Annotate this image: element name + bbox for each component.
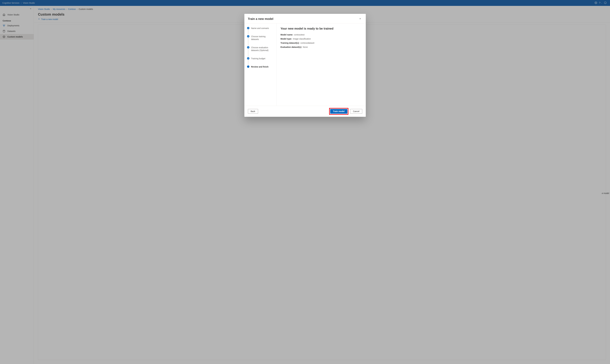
wizard-step[interactable]: Training budget: [247, 57, 275, 65]
summary-label: Model type:: [280, 38, 292, 40]
wizard-step-label: Name and scenario: [251, 27, 269, 35]
highlight-annotation: Train model: [329, 108, 348, 115]
dialog-title: Train a new model: [248, 17, 273, 21]
summary-label: Evaluation dataset(s):: [280, 46, 302, 48]
summary-row: Training dataset(s): contosodataset: [280, 42, 362, 44]
train-model-button[interactable]: Train model: [330, 109, 347, 114]
wizard-step-label: Training budget: [251, 57, 265, 65]
modal-overlay: Train a new model Name and scenario: [0, 0, 610, 364]
step-current-icon: [247, 65, 249, 68]
wizard-step-label: Choose evaluation datasets (Optional): [251, 46, 273, 57]
summary-row: Model name: contosotest: [280, 34, 362, 36]
summary-value: contosodataset: [300, 42, 314, 44]
close-icon: [359, 18, 361, 20]
wizard-step-current[interactable]: Review and finish: [247, 65, 275, 68]
summary-label: Model name:: [280, 34, 293, 36]
wizard-content-heading: Your new model is ready to be trained: [280, 27, 362, 30]
step-complete-icon: [247, 35, 249, 38]
step-complete-icon: [247, 27, 249, 29]
summary-label: Training dataset(s):: [280, 42, 300, 44]
wizard-step-label: Review and finish: [251, 65, 268, 68]
summary-row: Evaluation dataset(s): None: [280, 46, 362, 48]
wizard-step-label: Choose training datasets: [251, 35, 273, 46]
summary-value: None: [303, 46, 308, 48]
wizard-content-panel: Your new model is ready to be trained Mo…: [277, 23, 366, 106]
step-complete-icon: [247, 46, 249, 49]
back-button[interactable]: Back: [248, 109, 258, 114]
summary-value: Image classification: [293, 38, 311, 40]
summary-value: contosotest: [294, 34, 305, 36]
step-complete-icon: [247, 57, 249, 60]
wizard-step-nav: Name and scenario Choose training datase…: [244, 23, 277, 106]
wizard-step[interactable]: Choose training datasets: [247, 35, 275, 46]
summary-row: Model type: Image classification: [280, 38, 362, 40]
cancel-button[interactable]: Cancel: [350, 109, 362, 114]
wizard-step[interactable]: Name and scenario: [247, 27, 275, 35]
wizard-step[interactable]: Choose evaluation datasets (Optional): [247, 46, 275, 57]
train-model-dialog: Train a new model Name and scenario: [244, 14, 366, 117]
dialog-close-button[interactable]: [358, 17, 362, 21]
